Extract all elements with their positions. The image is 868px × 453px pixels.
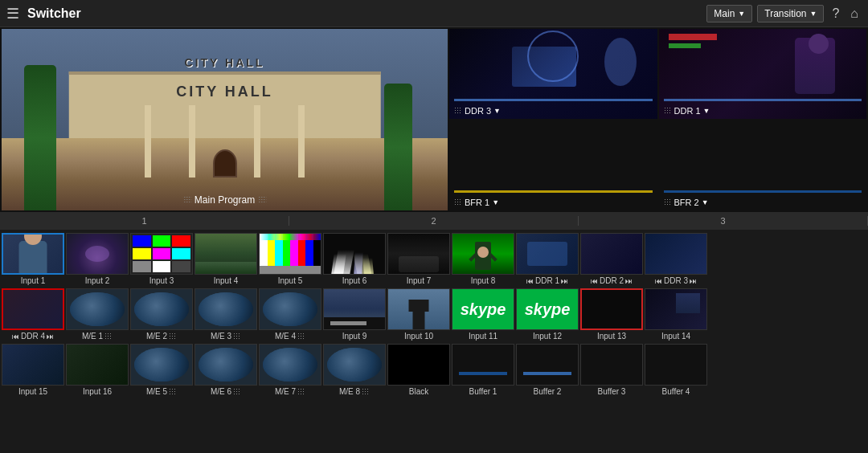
thumb-label: Input 11 (469, 332, 497, 341)
help-button[interactable]: ? (829, 5, 842, 22)
thumb-label: Input 7 (407, 276, 432, 285)
thumb-row-3: Input 15 Input 16 M/E 5 M/E 6 (0, 342, 868, 398)
thumb-label: Input 10 (404, 332, 433, 341)
preview-area: CITY HALL Main Program DDR 3 ▼ (0, 27, 868, 212)
thumb-label: ⏮ DDR 4 ⏭ (12, 332, 54, 341)
dots-icon (297, 388, 305, 396)
list-item[interactable]: ⏮ DDR 4 ⏭ (2, 288, 64, 341)
list-item[interactable]: Input 4 (194, 233, 257, 285)
thumb-label: Input 5 (278, 276, 303, 285)
transition-arrow-icon: ▼ (810, 10, 817, 18)
home-button[interactable]: ⌂ (847, 5, 862, 22)
bfr2-label: BFR 2 ▼ (664, 198, 709, 207)
thumb-label: ⏮ DDR 1 ⏭ (526, 276, 568, 285)
list-item[interactable]: Input 14 (645, 288, 707, 341)
thumb-label: M/E 5 (146, 387, 177, 396)
menu-icon[interactable]: ☰ (6, 5, 19, 22)
thumb-label: Input 3 (149, 276, 174, 285)
list-item[interactable]: Input 6 (323, 233, 386, 285)
thumb-label: ⏮ DDR 3 ⏭ (655, 276, 697, 285)
thumb-label: Input 2 (85, 276, 110, 285)
list-item[interactable]: Buffer 1 (452, 344, 514, 396)
list-item[interactable]: skype Input 11 (452, 288, 514, 341)
preview-bfr1[interactable]: BFR 1 ▼ (449, 120, 657, 210)
header-left: ☰ Switcher (6, 5, 81, 22)
list-item[interactable]: Input 1 (2, 233, 64, 285)
list-item[interactable]: M/E 3 (194, 288, 257, 341)
list-item[interactable]: ⏮ DDR 1 ⏭ (516, 233, 579, 285)
section-dividers: 1 2 3 (0, 212, 868, 230)
list-item[interactable]: M/E 5 (130, 344, 193, 396)
list-item[interactable]: Input 5 (259, 233, 321, 285)
thumb-label: ⏮ DDR 2 ⏭ (591, 276, 633, 285)
list-item[interactable]: Buffer 3 (580, 344, 643, 396)
preview-bfr2[interactable]: BFR 2 ▼ (659, 120, 867, 210)
dots-icon (169, 333, 177, 341)
thumb-label: Input 4 (214, 276, 239, 285)
dots-icon (454, 198, 462, 206)
thumb-label: Input 16 (83, 387, 112, 396)
transition-label: Transition (764, 8, 806, 19)
transition-dropdown[interactable]: Transition ▼ (757, 5, 824, 22)
list-item[interactable]: Input 9 (323, 288, 386, 341)
header: ☰ Switcher Main ▼ Transition ▼ ? ⌂ (0, 0, 868, 27)
list-item[interactable]: Buffer 4 (645, 344, 707, 396)
section-1: 1 (0, 216, 289, 226)
list-item[interactable]: Input 3 (130, 233, 193, 285)
header-right: Main ▼ Transition ▼ ? ⌂ (706, 5, 862, 22)
dots-icon (169, 388, 177, 396)
thumb-label: M/E 4 (275, 332, 305, 341)
thumb-label: Input 12 (533, 332, 562, 341)
list-item[interactable]: ⏮ DDR 2 ⏭ (580, 233, 643, 285)
dots-icon (664, 107, 672, 115)
list-item[interactable]: Input 8 (452, 233, 514, 285)
thumb-label: Input 14 (661, 332, 690, 341)
main-dropdown[interactable]: Main ▼ (706, 5, 752, 22)
ddr1-label: DDR 1 ▼ (664, 106, 710, 116)
list-item[interactable]: M/E 4 (259, 288, 321, 341)
thumb-label: Buffer 3 (598, 387, 626, 396)
thumb-label: Input 9 (342, 332, 367, 341)
main-preview[interactable]: CITY HALL Main Program (2, 29, 448, 210)
thumb-label: Input 15 (18, 387, 47, 396)
thumb-row-1: Input 1 Input 2 (0, 231, 868, 287)
main-arrow-icon: ▼ (738, 10, 745, 18)
dots-icon (233, 388, 241, 396)
list-item[interactable]: Buffer 2 (516, 344, 579, 396)
list-item[interactable]: Input 7 (387, 233, 450, 285)
list-item[interactable]: Input 16 (66, 344, 129, 396)
thumb-label: Input 13 (597, 332, 626, 341)
list-item[interactable]: ⏮ DDR 3 ⏭ (645, 233, 707, 285)
thumb-label: Buffer 2 (534, 387, 562, 396)
dots-icon (104, 333, 113, 341)
dots-icon (362, 388, 370, 396)
list-item[interactable]: Input 10 (387, 288, 450, 341)
thumb-label: Input 1 (21, 276, 46, 285)
main-label: Main (714, 8, 735, 19)
ddr3-label: DDR 3 ▼ (454, 106, 501, 116)
list-item[interactable]: Input 15 (2, 344, 64, 396)
thumb-label: Black (409, 387, 428, 396)
list-item[interactable]: Black (387, 344, 450, 396)
list-item[interactable]: M/E 1 (66, 288, 129, 341)
dots-icon (297, 333, 305, 341)
thumb-label: M/E 7 (275, 387, 305, 396)
list-item[interactable]: skype Input 12 (516, 288, 579, 341)
preview-ddr3[interactable]: DDR 3 ▼ (449, 29, 657, 119)
list-item[interactable]: M/E 7 (259, 344, 321, 396)
thumb-label: Buffer 1 (469, 387, 497, 396)
list-item[interactable]: M/E 6 (194, 344, 257, 396)
preview-ddr1[interactable]: DDR 1 ▼ (659, 29, 867, 119)
dots-icon (233, 333, 241, 341)
list-item[interactable]: Input 13 (580, 288, 643, 341)
dots-icon (454, 107, 462, 115)
thumb-label: M/E 2 (146, 332, 177, 341)
thumb-label: M/E 8 (339, 387, 370, 396)
list-item[interactable]: M/E 2 (130, 288, 193, 341)
thumb-label: Input 6 (342, 276, 367, 285)
dots-icon (664, 198, 672, 206)
section-2: 2 (289, 216, 579, 226)
list-item[interactable]: M/E 8 (323, 344, 386, 396)
thumbnail-rows: Input 1 Input 2 (0, 230, 868, 399)
list-item[interactable]: Input 2 (66, 233, 129, 285)
